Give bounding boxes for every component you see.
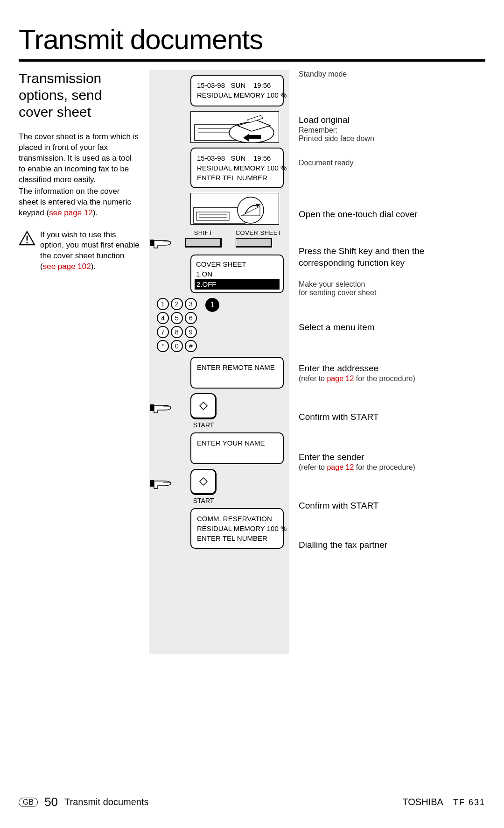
- step-heading: Enter the sender: [299, 452, 467, 462]
- svg-point-2: [26, 242, 28, 243]
- lcd-line: COMM. RESERVATION: [197, 514, 277, 524]
- svg-rect-17: [150, 404, 154, 411]
- lcd-display: COMM. RESERVATION RESIDUAL MEMORY 100 % …: [190, 508, 284, 549]
- key-label: COVER SHEET: [236, 229, 282, 236]
- page-reference-link[interactable]: see page 102: [43, 262, 91, 271]
- keypad-key[interactable]: 5: [171, 312, 183, 324]
- keypad-key[interactable]: 9: [185, 326, 197, 338]
- cover-sheet-key[interactable]: COVER SHEET: [236, 229, 282, 248]
- lcd-display: ENTER REMOTE NAME: [190, 357, 284, 389]
- step-heading: Press the Shift key and then the corresp…: [299, 246, 467, 269]
- diamond-icon: [199, 477, 208, 486]
- shift-key[interactable]: SHIFT: [185, 229, 222, 248]
- keypad-key[interactable]: 4: [157, 312, 169, 324]
- step-heading: Confirm with START: [299, 501, 467, 511]
- keypad-key[interactable]: 2: [171, 298, 183, 310]
- illustration-open-cover: [190, 193, 279, 225]
- step-text: for the procedure): [354, 463, 415, 471]
- lcd-display: 15-03-98 SUN 19:56 RESIDUAL MEMORY 100 %…: [190, 148, 284, 188]
- lcd-line: ENTER TEL NUMBER: [197, 173, 277, 183]
- lcd-display: ENTER YOUR NAME: [190, 432, 284, 464]
- right-column: Standby mode Load original Remember: Pri…: [289, 70, 467, 577]
- step-text: Standby mode: [299, 70, 467, 78]
- keypad-selected-key[interactable]: 1: [205, 298, 219, 312]
- lcd-line: 15-03-98 SUN 19:56: [197, 80, 277, 90]
- step-text: for the procedure): [354, 375, 415, 382]
- model-name: TF 631: [453, 798, 485, 807]
- page-reference-link[interactable]: page 12: [327, 375, 354, 382]
- lcd-line: RESIDUAL MEMORY 100 %: [197, 90, 277, 100]
- pointing-hand-icon: [149, 476, 173, 490]
- page-footer: GB 50 Transmit documents TOSHIBA TF 631: [19, 795, 485, 809]
- body-paragraph: The cover sheet is a form which is place…: [19, 132, 140, 185]
- page-title: Transmit documents: [19, 23, 485, 56]
- svg-marker-22: [200, 478, 207, 485]
- lcd-line: ENTER TEL NUMBER: [197, 533, 277, 543]
- step-heading: Dialling the fax partner: [299, 540, 467, 550]
- lcd-line: 1.ON: [196, 269, 278, 279]
- pointing-hand-icon: [149, 236, 173, 250]
- page-reference-link[interactable]: page 12: [327, 463, 354, 471]
- step-text: Printed side face down: [299, 134, 467, 143]
- keypad-key[interactable]: 3: [185, 298, 197, 310]
- step-text: for sending cover sheet: [299, 289, 467, 297]
- step-heading: Load original: [299, 115, 467, 125]
- page-reference-link[interactable]: see page 12: [49, 208, 93, 217]
- section-subtitle: Transmission options, send cover sheet: [19, 70, 140, 120]
- step-text: Document ready: [299, 159, 467, 167]
- step-heading: Confirm with START: [299, 412, 467, 422]
- lcd-line: COVER SHEET: [196, 259, 278, 269]
- keypad-key[interactable]: 7: [157, 326, 169, 338]
- keypad-key[interactable]: 6: [185, 312, 197, 324]
- lcd-display: COVER SHEET 1.ON 2.OFF: [190, 255, 284, 293]
- illustration-load-original: [190, 111, 279, 143]
- svg-rect-20: [150, 480, 154, 487]
- start-label: START: [190, 421, 217, 429]
- body-text: ).: [93, 208, 98, 217]
- svg-marker-19: [200, 402, 207, 410]
- step-text: Make your selection: [299, 280, 467, 289]
- step-text: Remember:: [299, 126, 467, 134]
- lcd-line: RESIDUAL MEMORY 100 %: [197, 524, 277, 533]
- page-number: 50: [44, 795, 58, 809]
- step-heading: Enter the addressee: [299, 363, 467, 374]
- step-text: (refer to: [299, 463, 327, 471]
- note-text: ).: [91, 262, 96, 271]
- keypad-key[interactable]: 1: [157, 298, 169, 310]
- pointing-hand-icon: [149, 401, 173, 415]
- numeric-keypad[interactable]: 1 2 3 4 5 6 7 8 9 * 0 #: [157, 298, 197, 352]
- left-column: Transmission options, send cover sheet T…: [19, 70, 149, 272]
- language-badge: GB: [19, 798, 38, 807]
- keypad-key[interactable]: *: [157, 340, 169, 352]
- lcd-line: 15-03-98 SUN 19:56: [197, 153, 277, 163]
- keypad-key[interactable]: 0: [171, 340, 183, 352]
- lcd-line: RESIDUAL MEMORY 100 %: [197, 163, 277, 173]
- footer-section: Transmit documents: [64, 797, 148, 807]
- brand-name: TOSHIBA: [402, 797, 442, 807]
- start-button[interactable]: [190, 393, 217, 419]
- lcd-line: ENTER REMOTE NAME: [197, 362, 277, 372]
- step-heading: Select a menu item: [299, 322, 467, 333]
- start-button[interactable]: [190, 469, 217, 495]
- body-paragraph: The information on the cover sheet is en…: [19, 186, 140, 219]
- start-label: START: [190, 497, 217, 504]
- key-button[interactable]: [236, 238, 272, 248]
- diamond-icon: [199, 401, 208, 410]
- divider: [19, 59, 485, 62]
- svg-rect-15: [150, 240, 154, 246]
- key-button[interactable]: [185, 238, 222, 248]
- lcd-line: ENTER YOUR NAME: [197, 438, 277, 448]
- warning-note: If you wish to use this option, you must…: [19, 230, 140, 273]
- keypad-key[interactable]: 8: [171, 326, 183, 338]
- step-heading: Open the one-touch dial cover: [299, 209, 467, 219]
- procedure-column: 15-03-98 SUN 19:56 RESIDUAL MEMORY 100 %: [149, 70, 289, 654]
- key-label: SHIFT: [185, 229, 222, 236]
- keypad-key[interactable]: #: [185, 340, 197, 352]
- lcd-display: 15-03-98 SUN 19:56 RESIDUAL MEMORY 100 %: [190, 75, 284, 106]
- warning-icon: [19, 231, 35, 246]
- lcd-line-selected: 2.OFF: [195, 279, 280, 290]
- step-text: (refer to: [299, 375, 327, 382]
